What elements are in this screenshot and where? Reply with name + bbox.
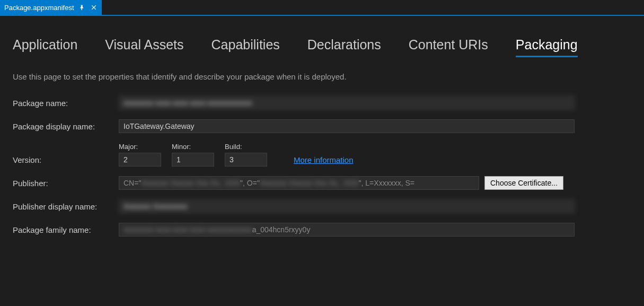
pin-icon[interactable]	[78, 4, 86, 11]
choose-certificate-button[interactable]: Choose Certificate...	[484, 176, 563, 190]
page-description: Use this page to set the properties that…	[13, 72, 631, 81]
label-minor: Minor:	[172, 143, 214, 151]
label-publisher-display-name: Publisher display name:	[13, 202, 119, 211]
more-information-link[interactable]: More information	[294, 155, 354, 167]
tab-packaging[interactable]: Packaging	[516, 37, 578, 57]
publisher-value: CN="Xxxxxxx Xxxxxx Xxx Xx., XXX", O="Xxx…	[119, 176, 479, 190]
label-package-name: Package name:	[13, 99, 119, 108]
tab-application[interactable]: Application	[13, 37, 77, 57]
label-package-family-name: Package family name:	[13, 225, 119, 234]
tab-bar: Package.appxmanifest	[0, 0, 644, 15]
tab-title: Package.appxmanifest	[4, 4, 74, 12]
tab-capabilities[interactable]: Capabilities	[211, 37, 280, 57]
version-group: Major: Minor: Build: More information	[119, 143, 631, 167]
label-build: Build:	[225, 143, 267, 151]
package-display-name-input[interactable]	[119, 119, 575, 133]
packaging-form: Package name: Package display name: Vers…	[13, 96, 631, 237]
tab-declarations[interactable]: Declarations	[307, 37, 381, 57]
package-family-name-value: xxxxxxxx-xxxx-xxxx-xxxx-xxxxxxxxxxxxa_00…	[119, 223, 575, 237]
package-name-input[interactable]	[119, 96, 575, 110]
manifest-subtabs: Application Visual Assets Capabilities D…	[13, 37, 631, 57]
tab-content-uris[interactable]: Content URIs	[409, 37, 488, 57]
label-publisher: Publisher:	[13, 179, 119, 188]
tab-visual-assets[interactable]: Visual Assets	[105, 37, 183, 57]
close-icon[interactable]	[90, 4, 98, 11]
document-tab[interactable]: Package.appxmanifest	[0, 0, 102, 15]
label-major: Major:	[119, 143, 161, 151]
label-version: Version:	[13, 155, 119, 167]
editor-content: Application Visual Assets Capabilities D…	[0, 16, 644, 237]
label-package-display-name: Package display name:	[13, 122, 119, 131]
version-build-input[interactable]	[225, 153, 267, 167]
version-major-input[interactable]	[119, 153, 161, 167]
version-minor-input[interactable]	[172, 153, 214, 167]
publisher-display-name-input[interactable]	[119, 199, 575, 213]
